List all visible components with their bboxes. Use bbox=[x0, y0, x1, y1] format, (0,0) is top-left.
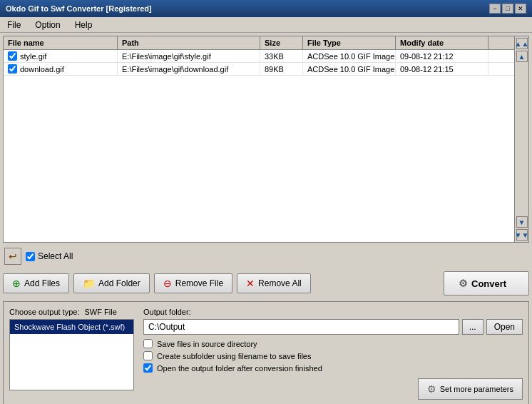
close-button[interactable]: ✕ bbox=[515, 4, 526, 14]
col-path: Path bbox=[118, 36, 260, 49]
remove-all-button[interactable]: ✕ Remove All bbox=[237, 273, 311, 293]
col-filename: File name bbox=[4, 36, 118, 49]
select-all-label: Select All bbox=[38, 251, 73, 261]
add-files-icon: ⊕ bbox=[12, 278, 21, 289]
action-buttons: ⊕ Add Files 📁 Add Folder ⊖ Remove File ✕… bbox=[3, 271, 529, 296]
menu-file[interactable]: File bbox=[3, 19, 25, 31]
cell-type-2: ACDSee 10.0 GIF Image bbox=[303, 63, 396, 75]
cell-path-1: E:\Files\image\gif\style.gif bbox=[118, 50, 260, 62]
scroll-top-button[interactable]: ▲▲ bbox=[516, 38, 528, 49]
save-source-label: Save files in source directory bbox=[157, 340, 257, 348]
menu-help[interactable]: Help bbox=[71, 19, 97, 31]
minimize-button[interactable]: − bbox=[489, 4, 501, 14]
open-folder-button[interactable]: Open bbox=[486, 319, 523, 335]
select-all-checkbox[interactable] bbox=[26, 252, 35, 261]
row-checkbox-1[interactable] bbox=[8, 51, 17, 61]
save-source-checkbox[interactable] bbox=[143, 339, 153, 348]
cell-date-2: 09-08-12 21:15 bbox=[396, 63, 488, 75]
title-bar: Okdo Gif to Swf Converter [Registered] −… bbox=[0, 0, 532, 17]
output-folder-panel: Output folder: ... Open Save files in so… bbox=[143, 308, 523, 400]
scroll-panel: ▲▲ ▲ ▼ ▼▼ bbox=[514, 36, 528, 242]
output-folder-label: Output folder: bbox=[143, 308, 523, 316]
cell-path-2: E:\Files\image\gif\download.gif bbox=[118, 63, 260, 75]
open-after-label: Open the output folder after conversion … bbox=[157, 364, 322, 373]
output-type-list[interactable]: Shockwave Flash Object (*.swf) bbox=[9, 319, 134, 390]
cell-size-1: 33KB bbox=[260, 50, 303, 62]
file-table-body: style.gif E:\Files\image\gif\style.gif 3… bbox=[4, 50, 514, 241]
output-type-panel: Choose output type: SWF File Shockwave F… bbox=[9, 308, 138, 400]
window-controls: − □ ✕ bbox=[489, 4, 526, 14]
select-all-container: Select All bbox=[26, 251, 73, 261]
file-table-header: File name Path Size File Type Modify dat… bbox=[4, 36, 514, 50]
set-params-label: Set more parameters bbox=[440, 385, 513, 393]
add-folder-label: Add Folder bbox=[98, 278, 140, 288]
add-folder-icon: 📁 bbox=[83, 278, 95, 289]
output-type-item[interactable]: Shockwave Flash Object (*.swf) bbox=[10, 320, 133, 334]
table-row: download.gif E:\Files\image\gif\download… bbox=[4, 63, 514, 76]
table-row: style.gif E:\Files\image\gif\style.gif 3… bbox=[4, 50, 514, 63]
convert-icon: ⚙ bbox=[459, 278, 468, 289]
scroll-down-button[interactable]: ▼ bbox=[516, 216, 528, 228]
open-after-checkbox[interactable] bbox=[143, 363, 153, 373]
col-filetype: File Type bbox=[303, 36, 396, 49]
menu-option[interactable]: Option bbox=[31, 19, 64, 31]
cell-filename-2: download.gif bbox=[4, 63, 118, 75]
cell-date-1: 09-08-12 21:12 bbox=[396, 50, 488, 62]
convert-label: Convert bbox=[471, 278, 506, 289]
main-container: File name Path Size File Type Modify dat… bbox=[0, 33, 532, 404]
add-files-label: Add Files bbox=[24, 278, 60, 288]
output-folder-input[interactable] bbox=[143, 319, 459, 335]
output-type-label: Choose output type: SWF File bbox=[9, 308, 138, 316]
cell-size-2: 89KB bbox=[260, 63, 303, 75]
add-files-button[interactable]: ⊕ Add Files bbox=[3, 273, 69, 293]
window-title: Okdo Gif to Swf Converter [Registered] bbox=[6, 4, 152, 13]
file-list-container: File name Path Size File Type Modify dat… bbox=[3, 36, 529, 243]
convert-button[interactable]: ⚙ Convert bbox=[444, 271, 529, 296]
maximize-button[interactable]: □ bbox=[502, 4, 513, 14]
browse-button[interactable]: ... bbox=[462, 319, 484, 335]
col-date: Modify date bbox=[396, 36, 488, 49]
checkbox-row-2: Create subfolder using filename to save … bbox=[143, 351, 523, 360]
checkbox-row-1: Save files in source directory bbox=[143, 339, 523, 348]
remove-all-label: Remove All bbox=[258, 278, 302, 288]
toolbar-row: ↩ Select All bbox=[3, 246, 529, 267]
cell-filename-1: style.gif bbox=[4, 50, 118, 62]
file-table: File name Path Size File Type Modify dat… bbox=[4, 36, 514, 242]
folder-row: ... Open bbox=[143, 319, 523, 335]
remove-file-icon: ⊖ bbox=[163, 278, 172, 289]
cell-type-1: ACDSee 10.0 GIF Image bbox=[303, 50, 396, 62]
remove-all-icon: ✕ bbox=[246, 278, 255, 289]
set-params-button[interactable]: ⚙ Set more parameters bbox=[418, 378, 523, 400]
row-checkbox-2[interactable] bbox=[8, 64, 17, 74]
remove-file-label: Remove File bbox=[175, 278, 223, 288]
create-subfolder-label: Create subfolder using filename to save … bbox=[157, 352, 311, 360]
set-params-icon: ⚙ bbox=[427, 383, 436, 395]
add-folder-button[interactable]: 📁 Add Folder bbox=[73, 273, 150, 293]
checkbox-row-3: Open the output folder after conversion … bbox=[143, 363, 523, 373]
scroll-bottom-button[interactable]: ▼▼ bbox=[516, 229, 528, 241]
col-size: Size bbox=[260, 36, 303, 49]
menu-bar: File Option Help bbox=[0, 17, 532, 33]
bottom-section: Choose output type: SWF File Shockwave F… bbox=[3, 301, 529, 404]
scroll-up-button[interactable]: ▲ bbox=[516, 51, 528, 62]
back-button[interactable]: ↩ bbox=[4, 248, 21, 265]
create-subfolder-checkbox[interactable] bbox=[143, 351, 153, 360]
remove-file-button[interactable]: ⊖ Remove File bbox=[154, 273, 232, 293]
